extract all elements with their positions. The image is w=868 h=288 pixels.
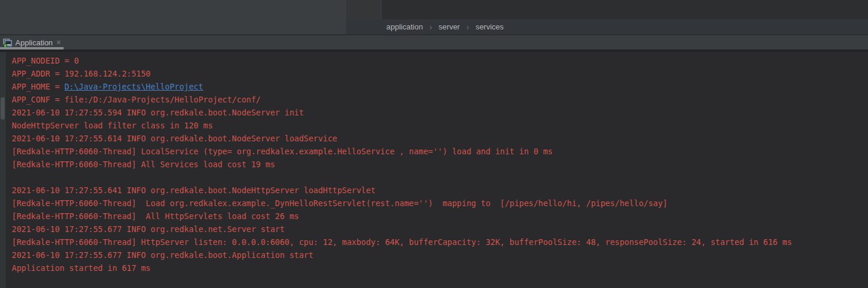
console-line: 2021-06-10 17:27:55.677 INFO org.redkale… <box>12 249 868 261</box>
top-right-panel <box>381 0 868 19</box>
log-text: [Redkale-HTTP:6060-Thread] All HttpServl… <box>12 211 299 221</box>
close-icon[interactable]: × <box>57 38 61 47</box>
console-line: [Redkale-HTTP:6060-Thread] All Services … <box>12 158 868 171</box>
scrollbar-thumb[interactable] <box>1 97 5 120</box>
console-line: APP_HOME = D:\Java-Projects\HelloProject <box>12 80 868 93</box>
log-text: [Redkale-HTTP:6060-Thread] Load org.redk… <box>12 198 668 208</box>
console-line <box>12 171 868 184</box>
log-text: APP_HOME = <box>12 82 64 91</box>
console-line: 2021-06-10 17:27:55.614 INFO org.redkale… <box>12 132 868 145</box>
console-output: APP_NODEID = 0APP_ADDR = 192.168.124.2:5… <box>12 54 868 274</box>
run-toolwindow-tabbar: Application × <box>0 34 868 49</box>
console-line: APP_CONF = file:/D:/Java-Projects/HelloP… <box>12 93 868 106</box>
console-line: APP_NODEID = 0 <box>12 54 868 67</box>
editor-empty-panel <box>0 0 346 34</box>
log-text: [Redkale-HTTP:6060-Thread] All Services … <box>12 160 275 169</box>
log-text: APP_CONF = file:/D:/Java-Projects/HelloP… <box>12 95 261 104</box>
log-text: APP_ADDR = 192.168.124.2:5150 <box>12 69 151 78</box>
breadcrumb-item-server[interactable]: server <box>439 22 460 31</box>
log-text: APP_NODEID = 0 <box>12 56 79 65</box>
console-line: NodeHttpServer load filter class in 120 … <box>12 119 868 132</box>
console-line: 2021-06-10 17:27:55.594 INFO org.redkale… <box>12 106 868 119</box>
breadcrumb-item-application[interactable]: application <box>386 22 423 31</box>
tab-application-label: Application <box>15 38 53 47</box>
console-gutter <box>0 52 6 288</box>
console-line: 2021-06-10 17:27:55.677 INFO org.redkale… <box>12 223 868 236</box>
log-text: Application started in 617 ms <box>12 263 151 273</box>
log-text: 2021-06-10 17:27:55.677 INFO org.redkale… <box>12 250 313 260</box>
file-path-link[interactable]: D:\Java-Projects\HelloProject <box>64 82 203 91</box>
top-mid-panel <box>346 0 381 19</box>
log-text: 2021-06-10 17:27:55.641 INFO org.redkale… <box>12 186 376 195</box>
breadcrumb-separator-icon: › <box>429 23 432 31</box>
console-line: [Redkale-HTTP:6060-Thread] All HttpServl… <box>12 210 868 223</box>
console-line: [Redkale-HTTP:6060-Thread] HttpServer li… <box>12 236 868 249</box>
log-text: [Redkale-HTTP:6060-Thread] LocalService … <box>12 147 552 156</box>
console-line: APP_ADDR = 192.168.124.2:5150 <box>12 67 868 80</box>
console-line: 2021-06-10 17:27:55.641 INFO org.redkale… <box>12 184 868 197</box>
console-line: Application started in 617 ms <box>12 261 868 274</box>
log-text: 2021-06-10 17:27:55.677 INFO org.redkale… <box>12 224 284 234</box>
breadcrumb-item-services[interactable]: services <box>476 22 504 31</box>
log-text: 2021-06-10 17:27:55.594 INFO org.redkale… <box>12 108 304 117</box>
log-text: 2021-06-10 17:27:55.614 INFO org.redkale… <box>12 134 337 143</box>
breadcrumb-separator-icon: › <box>466 23 469 31</box>
console-line: [Redkale-HTTP:6060-Thread] LocalService … <box>12 145 868 158</box>
console-line: [Redkale-HTTP:6060-Thread] Load org.redk… <box>12 197 868 210</box>
log-text: [Redkale-HTTP:6060-Thread] HttpServer li… <box>12 237 792 247</box>
console-panel: APP_NODEID = 0APP_ADDR = 192.168.124.2:5… <box>0 52 868 288</box>
log-text: NodeHttpServer load filter class in 120 … <box>12 121 213 130</box>
console-running-icon <box>2 38 12 47</box>
breadcrumb: application›server›services <box>346 19 868 34</box>
